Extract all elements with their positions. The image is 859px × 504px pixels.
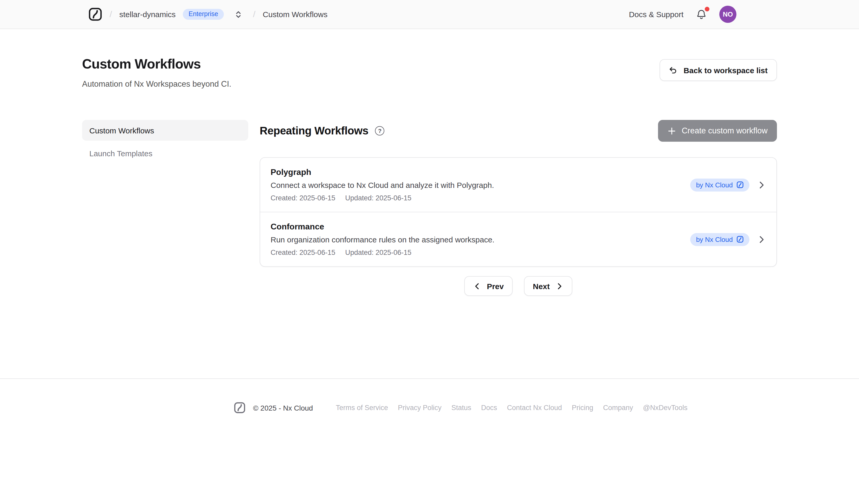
sidebar-item-launch-templates[interactable]: Launch Templates bbox=[82, 143, 248, 164]
page-header: Custom Workflows Automation of Nx Worksp… bbox=[82, 56, 777, 89]
workflow-info: Conformance Run organization conformance… bbox=[271, 222, 494, 256]
breadcrumb-separator: / bbox=[253, 9, 255, 19]
sidebar-item-label: Custom Workflows bbox=[89, 126, 154, 135]
section-sidebar: Custom Workflows Launch Templates bbox=[82, 120, 248, 296]
create-custom-workflow-button[interactable]: Create custom workflow bbox=[658, 120, 777, 142]
workflows-list: Polygraph Connect a workspace to Nx Clou… bbox=[260, 157, 777, 267]
notification-dot bbox=[705, 7, 709, 12]
prev-button-label: Prev bbox=[487, 281, 504, 290]
nx-logo-mini-icon bbox=[736, 181, 744, 188]
plus-icon bbox=[667, 126, 676, 135]
question-mark-circle-icon[interactable]: ? bbox=[375, 126, 385, 136]
sidebar-item-custom-workflows[interactable]: Custom Workflows bbox=[82, 120, 248, 141]
workflow-row-polygraph[interactable]: Polygraph Connect a workspace to Nx Clou… bbox=[260, 158, 777, 212]
docs-support-link[interactable]: Docs & Support bbox=[629, 10, 683, 19]
workflow-updated-date: Updated: 2025-06-15 bbox=[345, 194, 411, 202]
workflow-name: Conformance bbox=[271, 222, 494, 231]
footer-link-docs[interactable]: Docs bbox=[481, 404, 497, 412]
workflow-row-conformance[interactable]: Conformance Run organization conformance… bbox=[260, 212, 777, 266]
workflow-info: Polygraph Connect a workspace to Nx Clou… bbox=[271, 168, 494, 202]
page-title: Custom Workflows bbox=[82, 56, 231, 72]
user-avatar[interactable]: NO bbox=[719, 6, 736, 23]
page-body: Custom Workflows Automation of Nx Worksp… bbox=[0, 29, 859, 378]
copyright-text: © 2025 - Nx Cloud bbox=[253, 403, 313, 412]
page-subtitle: Automation of Nx Workspaces beyond CI. bbox=[82, 79, 231, 89]
footer-link-pricing[interactable]: Pricing bbox=[572, 404, 593, 412]
breadcrumb-current-page: Custom Workflows bbox=[263, 10, 328, 19]
footer-link-company[interactable]: Company bbox=[603, 404, 633, 412]
breadcrumb-separator: / bbox=[109, 9, 112, 19]
nx-logo-mini-icon bbox=[736, 236, 744, 243]
prev-page-button[interactable]: Prev bbox=[465, 276, 513, 296]
arrow-uturn-left-icon bbox=[669, 65, 679, 75]
footer-links: Terms of Service Privacy Policy Status D… bbox=[336, 404, 687, 412]
workspace-switcher-button[interactable] bbox=[233, 9, 244, 19]
workflow-created-date: Created: 2025-06-15 bbox=[271, 194, 335, 202]
next-button-label: Next bbox=[533, 281, 550, 290]
breadcrumb-workspace-name[interactable]: stellar-dynamics bbox=[119, 10, 176, 19]
workflow-description: Run organization conformance rules on th… bbox=[271, 235, 494, 244]
chevron-left-icon bbox=[473, 282, 481, 290]
sidebar-item-label: Launch Templates bbox=[89, 149, 152, 157]
notifications-button[interactable] bbox=[695, 8, 708, 21]
create-button-label: Create custom workflow bbox=[682, 126, 768, 136]
footer-link-terms[interactable]: Terms of Service bbox=[336, 404, 388, 412]
page-footer: © 2025 - Nx Cloud Terms of Service Priva… bbox=[0, 378, 859, 502]
plan-badge: Enterprise bbox=[183, 9, 224, 20]
chevron-right-icon bbox=[555, 282, 563, 290]
section-heading: Repeating Workflows bbox=[260, 125, 368, 137]
breadcrumb: / stellar-dynamics Enterprise / Custom W… bbox=[88, 7, 328, 21]
next-page-button[interactable]: Next bbox=[524, 276, 572, 296]
chevron-right-icon bbox=[757, 180, 766, 189]
app-root: / stellar-dynamics Enterprise / Custom W… bbox=[0, 0, 859, 504]
by-nx-cloud-badge[interactable]: by Nx Cloud bbox=[690, 233, 750, 246]
nx-logo-footer-icon bbox=[234, 402, 246, 414]
chevron-up-down-icon bbox=[234, 10, 243, 18]
footer-link-privacy[interactable]: Privacy Policy bbox=[398, 404, 441, 412]
footer-link-contact[interactable]: Contact Nx Cloud bbox=[507, 404, 562, 412]
badge-label: by Nx Cloud bbox=[696, 235, 733, 243]
top-navbar: / stellar-dynamics Enterprise / Custom W… bbox=[0, 0, 859, 29]
chevron-right-icon bbox=[757, 235, 766, 244]
navbar-actions: Docs & Support NO bbox=[629, 6, 838, 23]
main-panel: Repeating Workflows ? Create custom work… bbox=[260, 120, 777, 296]
workflow-created-date: Created: 2025-06-15 bbox=[271, 249, 335, 256]
by-nx-cloud-badge[interactable]: by Nx Cloud bbox=[690, 178, 750, 191]
footer-link-nxdevtools[interactable]: @NxDevTools bbox=[643, 404, 687, 412]
workflow-updated-date: Updated: 2025-06-15 bbox=[345, 249, 411, 256]
footer-link-status[interactable]: Status bbox=[451, 404, 471, 412]
back-to-workspace-list-button[interactable]: Back to workspace list bbox=[660, 59, 777, 81]
badge-label: by Nx Cloud bbox=[696, 181, 733, 189]
workflow-description: Connect a workspace to Nx Cloud and anal… bbox=[271, 181, 494, 189]
workflow-name: Polygraph bbox=[271, 168, 494, 177]
back-button-label: Back to workspace list bbox=[684, 66, 768, 75]
nx-logo-icon[interactable] bbox=[88, 7, 102, 21]
pagination: Prev Next bbox=[260, 276, 777, 296]
